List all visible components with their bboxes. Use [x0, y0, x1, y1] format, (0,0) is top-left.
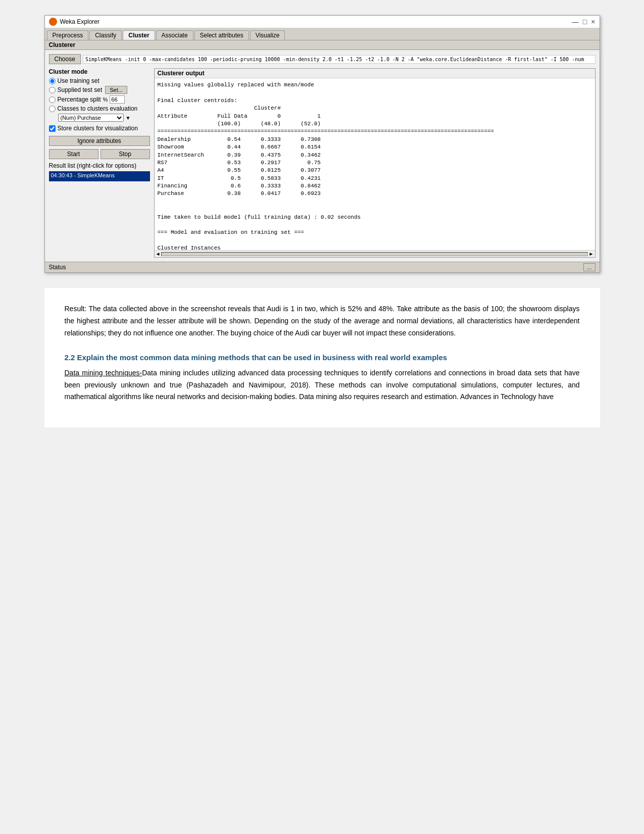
radio-use-training-input[interactable] — [49, 78, 56, 84]
set-button[interactable]: Set... — [105, 86, 127, 94]
weka-tabbar: Preprocess Classify Cluster Associate Se… — [45, 28, 600, 40]
tab-associate[interactable]: Associate — [156, 30, 193, 40]
radio-pct-split: Percentage split % — [49, 95, 150, 104]
radio-pct-split-label: Percentage split — [58, 96, 101, 103]
titlebar-left: Weka Explorer — [49, 18, 100, 26]
weka-titlebar: Weka Explorer — □ × — [45, 16, 600, 28]
section-label: Clusterer — [45, 40, 600, 50]
radio-use-training-label: Use training set — [58, 77, 100, 84]
tab-visualize[interactable]: Visualize — [250, 30, 285, 40]
start-stop-row: Start Stop — [49, 149, 150, 159]
tab-select-attributes[interactable]: Select attributes — [194, 30, 249, 40]
output-text: Missing values globally replaced with me… — [155, 78, 595, 250]
pct-input[interactable] — [110, 95, 125, 104]
clusterer-body: Choose SimpleKMeans -init 0 -max-candida… — [45, 50, 600, 262]
section-heading: 2.2 Explain the most common data mining … — [65, 351, 580, 364]
arrow-icon: ▼ — [126, 115, 131, 121]
result-item[interactable]: 04:30:43 - SimpleKMeans — [51, 172, 115, 178]
tab-preprocess[interactable]: Preprocess — [47, 30, 89, 40]
scroll-right-icon[interactable]: ► — [589, 251, 594, 257]
status-button[interactable]: ... — [583, 263, 595, 271]
close-button[interactable]: × — [591, 18, 595, 26]
num-purchase-row: (Num) Purchase ▼ — [49, 114, 150, 122]
weka-app-icon — [49, 18, 57, 26]
right-panel: Clusterer output Missing values globally… — [154, 68, 596, 258]
weka-title: Weka Explorer — [60, 18, 100, 25]
result-paragraph: Result: The data collected above in the … — [65, 303, 580, 339]
start-button[interactable]: Start — [49, 149, 98, 159]
titlebar-controls: — □ × — [572, 18, 596, 26]
store-clusters-row: Store clusters for visualization — [49, 125, 150, 132]
output-title: Clusterer output — [155, 69, 595, 78]
body-paragraph-text: Data mining includes utilizing advanced … — [65, 369, 580, 401]
radio-pct-split-input[interactable] — [49, 96, 56, 103]
ignore-attributes-button[interactable]: Ignore attributes — [49, 136, 150, 146]
store-clusters-checkbox[interactable] — [49, 125, 56, 132]
body-paragraph: Data mining techniques-Data mining inclu… — [65, 367, 580, 403]
radio-supplied-test: Supplied test set Set... — [49, 86, 150, 94]
left-panel: Cluster mode Use training set Supplied t… — [49, 68, 150, 258]
horizontal-scrollbar[interactable] — [161, 252, 587, 256]
choose-button[interactable]: Choose — [49, 54, 81, 64]
clusterer-main: Cluster mode Use training set Supplied t… — [49, 68, 596, 258]
subheading-underline: Data mining techniques- — [65, 369, 142, 377]
stop-button[interactable]: Stop — [101, 149, 150, 159]
document-body: Result: The data collected above in the … — [44, 288, 600, 427]
scroll-left-icon[interactable]: ◄ — [156, 251, 161, 257]
weka-statusbar: Status ... — [45, 262, 600, 272]
radio-supplied-test-input[interactable] — [49, 87, 56, 93]
pct-symbol: % — [103, 96, 108, 103]
result-list-label: Result list (right-click for options) — [49, 162, 150, 169]
weka-window: Weka Explorer — □ × Preprocess Classify … — [44, 15, 600, 273]
status-label: Status — [49, 264, 66, 271]
radio-supplied-test-label: Supplied test set — [58, 86, 103, 93]
radio-classes-label: Classes to clusters evaluation — [58, 105, 138, 112]
minimize-button[interactable]: — — [572, 18, 579, 26]
maximize-button[interactable]: □ — [583, 18, 587, 26]
choose-bar: Choose SimpleKMeans -init 0 -max-candida… — [49, 54, 596, 64]
tab-classify[interactable]: Classify — [89, 30, 122, 40]
result-list[interactable]: 04:30:43 - SimpleKMeans — [49, 171, 150, 181]
radio-use-training: Use training set — [49, 77, 150, 84]
store-clusters-label: Store clusters for visualization — [58, 125, 138, 132]
radio-classes-input[interactable] — [49, 106, 56, 112]
cluster-mode-title: Cluster mode — [49, 68, 150, 75]
algorithm-text: SimpleKMeans -init 0 -max-candidates 100… — [83, 55, 596, 64]
tab-cluster[interactable]: Cluster — [123, 30, 155, 40]
num-purchase-select[interactable]: (Num) Purchase — [58, 114, 124, 122]
radio-classes: Classes to clusters evaluation — [49, 105, 150, 112]
scrollbar-row: ◄ ► — [155, 250, 595, 257]
